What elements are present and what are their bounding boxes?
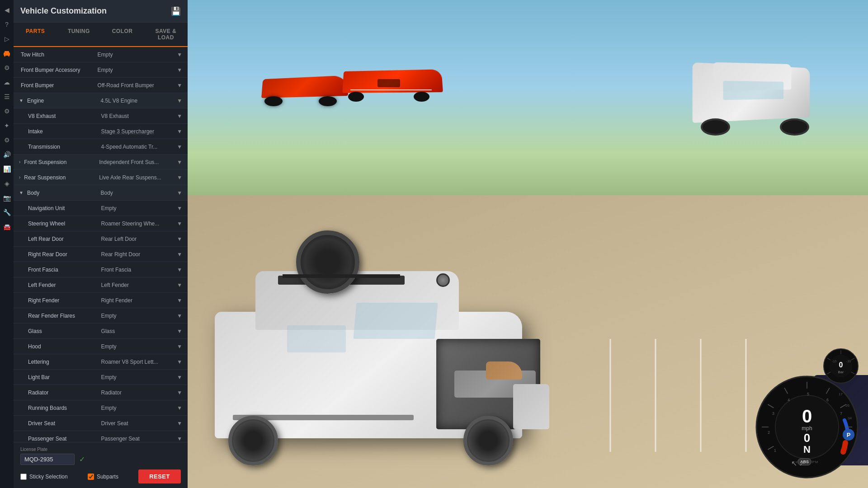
list-item[interactable]: Right Rear Door Rear Right Door ▼ [14,247,188,262]
cloud-icon[interactable]: ☁ [1,77,12,88]
svg-text:-10: -10 [832,360,836,363]
list-item[interactable]: Driver Seat Driver Seat ▼ [14,416,188,431]
vehicle-icon[interactable] [1,48,12,59]
list-item[interactable]: Left Rear Door Rear Left Door ▼ [14,231,188,247]
gear2-icon[interactable]: ⚙ [1,135,12,145]
sticky-selection-checkbox[interactable] [20,474,27,480]
help-icon[interactable]: ? [1,19,12,30]
dropdown-arrow[interactable]: ▼ [177,205,182,211]
dropdown-arrow[interactable]: ▼ [177,343,182,350]
list-item[interactable]: Front Bumper Accessory Empty ▼ [14,62,188,78]
list-icon[interactable]: ☰ [1,91,12,102]
section-body[interactable]: ▼ Body Body ▼ [14,185,188,201]
dropdown-arrow[interactable]: ▼ [177,128,182,135]
dropdown-arrow[interactable]: ▼ [177,313,182,319]
chart-icon[interactable]: 📊 [1,164,12,174]
svg-point-2 [4,55,5,56]
section-front-suspension[interactable]: › Front Suspension Independent Front Sus… [14,155,188,170]
dropdown-arrow[interactable]: ▼ [177,374,182,380]
dropdown-arrow[interactable]: ▼ [177,405,182,411]
save-icon[interactable]: 💾 [171,6,181,16]
list-item[interactable]: Lettering Roamer V8 Sport Lett... ▼ [14,354,188,370]
list-item[interactable]: Navigation Unit Empty ▼ [14,201,188,216]
tab-parts[interactable]: PARTS [14,23,57,47]
subparts-label[interactable]: Subparts [88,474,118,480]
dropdown-arrow[interactable]: ▼ [177,297,182,304]
part-name: Transmission [19,144,101,150]
list-item[interactable]: V8 Exhaust V8 Exhaust ▼ [14,108,188,124]
license-plate-input[interactable] [20,454,75,465]
list-item[interactable]: Radiator Radiator ▼ [14,385,188,400]
collapse-body-arrow[interactable]: ▼ [19,190,24,195]
collapse-front-susp-arrow[interactable]: › [19,160,20,164]
dropdown-arrow[interactable]: ▼ [177,52,182,58]
svg-text:6: 6 [826,398,829,402]
part-name: Lettering [19,359,101,365]
page-title: Vehicle Customization [20,6,107,16]
checkmark-icon[interactable]: ✓ [79,455,85,464]
svg-text:mph: mph [802,425,812,432]
dropdown-arrow[interactable]: ▼ [177,251,182,258]
section-engine[interactable]: ▼ Engine 4.5L V8 Engine ▼ [14,93,188,108]
dropdown-arrow[interactable]: ▼ [177,420,182,427]
list-item[interactable]: Transmission 4-Speed Automatic Tr... ▼ [14,139,188,155]
sliders-icon[interactable]: ⚙ [1,106,12,117]
dropdown-arrow[interactable]: ▼ [177,82,182,89]
dropdown-arrow[interactable]: ▼ [177,236,182,242]
network-icon[interactable]: ◈ [1,178,12,189]
list-item[interactable]: Tow Hitch Empty ▼ [14,47,188,62]
part-value: Glass [101,328,175,334]
dropdown-arrow[interactable]: ▼ [177,282,182,288]
play-icon[interactable]: ▷ [1,33,12,44]
list-item[interactable]: Rear Fender Flares Empty ▼ [14,308,188,324]
subparts-checkbox[interactable] [88,474,94,480]
part-value: Roamer Steering Whe... [101,221,175,227]
dropdown-arrow[interactable]: ▼ [177,113,182,119]
car-icon[interactable]: 🚘 [1,221,12,232]
list-item[interactable]: Steering Wheel Roamer Steering Whe... ▼ [14,216,188,231]
collapse-engine-arrow[interactable]: ▼ [19,98,24,103]
camera-icon[interactable]: 📷 [1,192,12,203]
settings-icon[interactable]: ⚙ [1,62,12,73]
wrench-icon[interactable]: 🔧 [1,207,12,218]
dropdown-arrow[interactable]: ▼ [177,328,182,334]
part-name: Right Rear Door [19,251,101,258]
dropdown-arrow[interactable]: ▼ [177,436,182,442]
tab-color[interactable]: COLOR [101,23,144,47]
nodes-icon[interactable]: ✦ [1,120,12,131]
dropdown-arrow[interactable]: ▼ [177,190,182,196]
list-item[interactable]: Intake Stage 3 Supercharger ▼ [14,124,188,139]
svg-text:4: 4 [788,398,790,402]
dropdown-arrow[interactable]: ▼ [177,174,182,181]
sticky-selection-label[interactable]: Sticky Selection [20,474,68,480]
list-item[interactable]: Running Boards Empty ▼ [14,400,188,416]
dropdown-arrow[interactable]: ▼ [177,67,182,73]
part-value: Empty [101,343,175,350]
list-item[interactable]: Hood Empty ▼ [14,339,188,354]
section-value: Independent Front Sus... [99,159,174,165]
dropdown-arrow[interactable]: ▼ [177,159,182,165]
reset-button[interactable]: RESET [138,469,181,483]
part-value: Radiator [101,389,175,396]
dropdown-arrow[interactable]: ▼ [177,221,182,227]
tab-save-load[interactable]: SAVE & LOAD [144,23,188,47]
list-item[interactable]: Right Fender Right Fender ▼ [14,293,188,308]
list-item[interactable]: Light Bar Empty ▼ [14,370,188,385]
list-item[interactable]: Left Fender Left Fender ▼ [14,277,188,293]
dropdown-arrow[interactable]: ▼ [177,144,182,150]
list-item[interactable]: Front Fascia Front Fascia ▼ [14,262,188,277]
dropdown-arrow[interactable]: ▼ [177,98,182,104]
list-item[interactable]: Glass Glass ▼ [14,324,188,339]
dropdown-arrow[interactable]: ▼ [177,359,182,365]
part-name: Front Fascia [19,267,101,273]
dropdown-arrow[interactable]: ▼ [177,389,182,396]
list-item[interactable]: Front Bumper Off-Road Front Bumper ▼ [14,78,188,93]
audio-icon[interactable]: 🔊 [1,149,12,160]
tab-tuning[interactable]: TUNING [57,23,100,47]
collapse-rear-susp-arrow[interactable]: › [19,175,20,180]
dropdown-arrow[interactable]: ▼ [177,267,182,273]
section-rear-suspension[interactable]: › Rear Suspension Live Axle Rear Suspens… [14,170,188,185]
back-icon[interactable]: ◀ [1,5,12,15]
section-name: Front Suspension [22,159,99,165]
list-item[interactable]: Passenger Seat Passenger Seat ▼ [14,431,188,442]
